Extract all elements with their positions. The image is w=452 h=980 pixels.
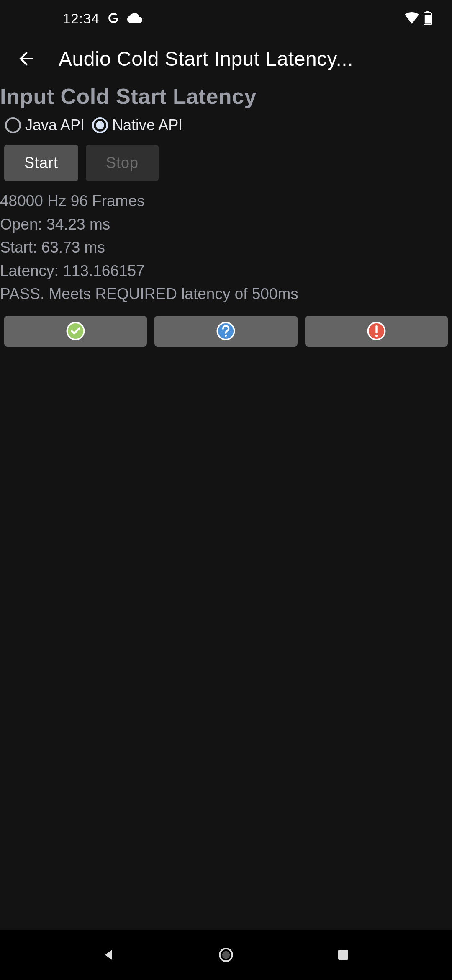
section-heading: Input Cold Start Latency xyxy=(0,80,452,111)
content: Input Cold Start Latency Java API Native… xyxy=(0,80,452,347)
back-button[interactable] xyxy=(13,45,40,72)
radio-icon xyxy=(5,117,21,133)
radio-label-native: Native API xyxy=(112,116,182,134)
status-left: 12:34 xyxy=(63,11,142,27)
button-row: Start Stop xyxy=(0,141,452,181)
svg-point-8 xyxy=(375,335,378,337)
radio-native-api[interactable]: Native API xyxy=(90,115,185,136)
result-latency: Latency: 113.166157 xyxy=(0,259,452,283)
verdict-pass-button[interactable] xyxy=(4,316,147,347)
results-block: 48000 Hz 96 Frames Open: 34.23 ms Start:… xyxy=(0,181,452,312)
svg-rect-11 xyxy=(338,950,348,960)
status-bar: 12:34 xyxy=(0,0,452,38)
verdict-row xyxy=(0,312,452,347)
check-circle-icon xyxy=(66,322,85,340)
radio-icon-selected xyxy=(92,117,108,133)
cloud-icon xyxy=(127,13,142,25)
start-button[interactable]: Start xyxy=(4,145,78,181)
verdict-fail-button[interactable] xyxy=(305,316,448,347)
nav-back-button[interactable] xyxy=(96,942,121,967)
status-time: 12:34 xyxy=(63,11,100,27)
arrow-back-icon xyxy=(16,48,37,69)
wifi-icon xyxy=(404,12,419,26)
system-nav-bar xyxy=(0,930,452,980)
g-icon xyxy=(107,12,120,26)
battery-icon xyxy=(424,11,432,26)
nav-recent-icon xyxy=(336,948,350,962)
nav-home-button[interactable] xyxy=(213,942,239,967)
result-open: Open: 34.23 ms xyxy=(0,213,452,236)
app-bar: Audio Cold Start Input Latency... xyxy=(0,38,452,80)
svg-point-5 xyxy=(225,335,227,337)
verdict-info-button[interactable] xyxy=(154,316,297,347)
radio-group-api: Java API Native API xyxy=(0,111,452,141)
nav-home-icon xyxy=(218,946,234,963)
app-title: Audio Cold Start Input Latency... xyxy=(59,47,439,70)
alert-circle-icon xyxy=(367,322,386,340)
result-rate: 48000 Hz 96 Frames xyxy=(0,189,452,213)
stop-button: Stop xyxy=(86,145,159,181)
question-circle-icon xyxy=(216,322,235,340)
nav-back-icon xyxy=(101,947,116,962)
result-pass: PASS. Meets REQUIRED latency of 500ms xyxy=(0,282,452,306)
radio-label-java: Java API xyxy=(25,116,85,134)
radio-java-api[interactable]: Java API xyxy=(3,115,87,136)
nav-recent-button[interactable] xyxy=(331,942,356,967)
svg-rect-2 xyxy=(425,15,431,24)
status-right xyxy=(404,11,432,26)
result-start: Start: 63.73 ms xyxy=(0,236,452,259)
svg-point-10 xyxy=(222,951,230,959)
